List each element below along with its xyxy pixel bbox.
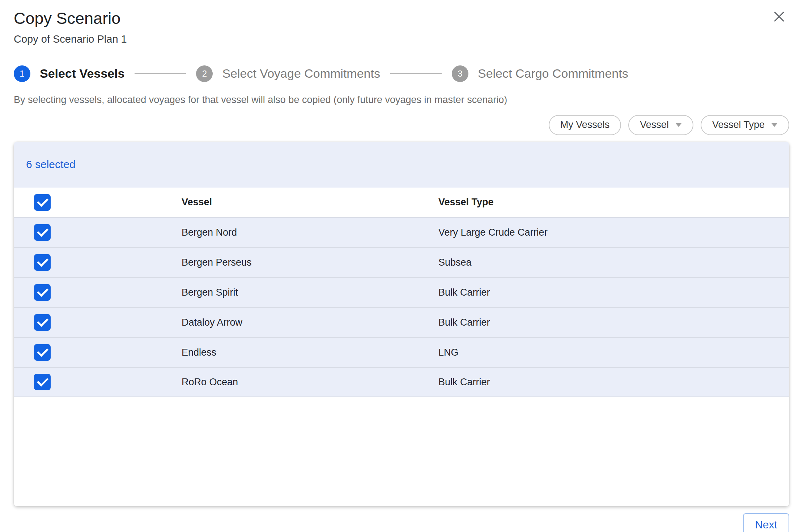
column-header-vessel: Vessel bbox=[182, 197, 438, 208]
row-checkbox-cell bbox=[14, 314, 182, 331]
stepper: 1Select Vessels2Select Voyage Commitment… bbox=[14, 65, 789, 82]
row-checkbox[interactable] bbox=[34, 344, 51, 361]
step-number-badge: 3 bbox=[452, 65, 468, 82]
row-checkbox[interactable] bbox=[34, 314, 51, 331]
dialog-description: By selecting vessels, allocated voyages … bbox=[14, 94, 789, 106]
chevron-down-icon bbox=[771, 123, 778, 127]
row-checkbox[interactable] bbox=[34, 224, 51, 241]
row-checkbox-cell bbox=[14, 374, 182, 390]
selection-count-bar: 6 selected bbox=[14, 142, 789, 188]
close-button[interactable] bbox=[770, 7, 789, 26]
filter-chip-vessel-type[interactable]: Vessel Type bbox=[701, 115, 789, 135]
vessel-table-panel: 6 selected Vessel Vessel Type Bergen Nor… bbox=[14, 142, 789, 506]
filter-chip-my-vessels[interactable]: My Vessels bbox=[549, 115, 621, 135]
next-button[interactable]: Next bbox=[743, 513, 789, 532]
dialog-title: Copy Scenario bbox=[14, 9, 789, 27]
column-header-vessel-type: Vessel Type bbox=[438, 197, 789, 208]
table-row[interactable]: Bergen NordVery Large Crude Carrier bbox=[14, 217, 789, 247]
vessel-name-cell: Endless bbox=[182, 347, 438, 358]
vessel-type-cell: Bulk Carrier bbox=[438, 317, 789, 328]
selected-count-label: 6 selected bbox=[26, 158, 76, 171]
table-row[interactable]: Bergen PerseusSubsea bbox=[14, 247, 789, 277]
dialog-header: Copy Scenario Copy of Scenario Plan 1 bbox=[14, 0, 789, 45]
row-checkbox-cell bbox=[14, 254, 182, 271]
copy-scenario-dialog: Copy Scenario Copy of Scenario Plan 1 1S… bbox=[0, 0, 803, 532]
step-label: Select Vessels bbox=[40, 66, 124, 81]
vessel-name-cell: RoRo Ocean bbox=[182, 377, 438, 388]
chevron-down-icon bbox=[675, 123, 682, 127]
step-label: Select Cargo Commitments bbox=[478, 66, 628, 81]
filter-chip-label: Vessel bbox=[640, 119, 669, 130]
row-checkbox-cell bbox=[14, 224, 182, 241]
filter-chip-label: Vessel Type bbox=[712, 119, 765, 130]
table-row[interactable]: Bergen SpiritBulk Carrier bbox=[14, 277, 789, 307]
select-all-cell bbox=[14, 194, 182, 211]
vessel-name-cell: Bergen Perseus bbox=[182, 257, 438, 268]
step-number-badge: 1 bbox=[14, 65, 30, 82]
step-3[interactable]: 3Select Cargo Commitments bbox=[452, 65, 628, 82]
step-number-badge: 2 bbox=[196, 65, 213, 82]
step-connector bbox=[135, 73, 186, 74]
filter-chip-label: My Vessels bbox=[560, 119, 610, 130]
vessel-type-cell: Subsea bbox=[438, 257, 789, 268]
table-row[interactable]: Dataloy ArrowBulk Carrier bbox=[14, 307, 789, 337]
table-body: Bergen NordVery Large Crude CarrierBerge… bbox=[14, 217, 789, 397]
table-empty-area bbox=[14, 397, 789, 506]
table-row[interactable]: RoRo OceanBulk Carrier bbox=[14, 367, 789, 397]
step-label: Select Voyage Commitments bbox=[222, 66, 380, 81]
vessel-type-cell: Very Large Crude Carrier bbox=[438, 227, 789, 238]
vessel-type-cell: Bulk Carrier bbox=[438, 287, 789, 298]
vessel-name-cell: Bergen Spirit bbox=[182, 287, 438, 298]
filter-chip-vessel[interactable]: Vessel bbox=[628, 115, 693, 135]
select-all-checkbox[interactable] bbox=[34, 194, 51, 211]
row-checkbox-cell bbox=[14, 284, 182, 301]
table-header-row: Vessel Vessel Type bbox=[14, 188, 789, 217]
step-1[interactable]: 1Select Vessels bbox=[14, 65, 124, 82]
row-checkbox[interactable] bbox=[34, 374, 51, 390]
table-row[interactable]: EndlessLNG bbox=[14, 337, 789, 367]
dialog-subtitle: Copy of Scenario Plan 1 bbox=[14, 33, 789, 45]
filter-chip-row: My VesselsVesselVessel Type bbox=[14, 115, 789, 135]
row-checkbox[interactable] bbox=[34, 284, 51, 301]
vessel-type-cell: LNG bbox=[438, 347, 789, 358]
vessel-type-cell: Bulk Carrier bbox=[438, 377, 789, 388]
dialog-footer: Next bbox=[14, 513, 789, 532]
vessel-name-cell: Dataloy Arrow bbox=[182, 317, 438, 328]
close-icon bbox=[772, 9, 786, 24]
vessel-name-cell: Bergen Nord bbox=[182, 227, 438, 238]
step-2[interactable]: 2Select Voyage Commitments bbox=[196, 65, 380, 82]
step-connector bbox=[390, 73, 442, 74]
row-checkbox-cell bbox=[14, 344, 182, 361]
row-checkbox[interactable] bbox=[34, 254, 51, 271]
